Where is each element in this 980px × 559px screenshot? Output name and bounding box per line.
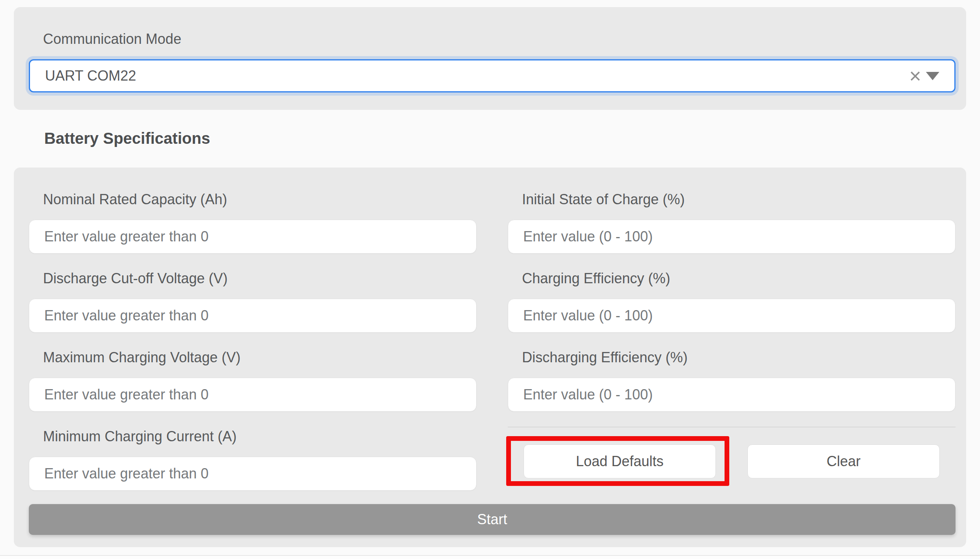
field-discharging-efficiency: Discharging Efficiency (%)	[508, 348, 956, 412]
communication-mode-select[interactable]: UART COM22 ×	[29, 59, 956, 92]
select-icons: ×	[909, 66, 939, 86]
specs-left-column: Nominal Rated Capacity (Ah) Discharge Cu…	[29, 190, 477, 491]
communication-card: Communication Mode UART COM22 ×	[14, 7, 966, 110]
buttons-divider	[508, 427, 956, 427]
field-discharge-cutoff-voltage: Discharge Cut-off Voltage (V)	[29, 269, 477, 333]
field-nominal-rated-capacity: Nominal Rated Capacity (Ah)	[29, 190, 477, 254]
field-charging-efficiency: Charging Efficiency (%)	[508, 269, 956, 333]
communication-mode-selected-value: UART COM22	[45, 68, 909, 84]
maximum-charging-voltage-input[interactable]	[29, 378, 477, 412]
field-initial-state-of-charge: Initial State of Charge (%)	[508, 190, 956, 254]
nominal-rated-capacity-label: Nominal Rated Capacity (Ah)	[29, 190, 477, 209]
chevron-down-icon[interactable]	[926, 72, 939, 80]
discharge-cutoff-voltage-input[interactable]	[29, 299, 477, 333]
discharging-efficiency-input[interactable]	[508, 378, 956, 412]
load-defaults-wrapper: Load Defaults	[524, 444, 716, 478]
specs-grid: Nominal Rated Capacity (Ah) Discharge Cu…	[29, 190, 956, 491]
charging-efficiency-label: Charging Efficiency (%)	[508, 269, 956, 288]
nominal-rated-capacity-input[interactable]	[29, 220, 477, 254]
initial-state-of-charge-input[interactable]	[508, 220, 956, 254]
clear-button[interactable]: Clear	[747, 444, 940, 478]
battery-specifications-heading: Battery Specifications	[44, 129, 210, 148]
clear-selection-icon[interactable]: ×	[909, 66, 921, 86]
discharging-efficiency-label: Discharging Efficiency (%)	[508, 348, 956, 367]
defaults-clear-button-row: Load Defaults Clear	[508, 444, 956, 478]
minimum-charging-current-input[interactable]	[29, 457, 477, 491]
specs-right-column: Initial State of Charge (%) Charging Eff…	[508, 190, 956, 491]
start-button[interactable]: Start	[29, 504, 956, 535]
initial-state-of-charge-label: Initial State of Charge (%)	[508, 190, 956, 209]
load-defaults-button[interactable]: Load Defaults	[524, 444, 716, 478]
minimum-charging-current-label: Minimum Charging Current (A)	[29, 427, 477, 446]
field-maximum-charging-voltage: Maximum Charging Voltage (V)	[29, 348, 477, 412]
communication-mode-label: Communication Mode	[29, 29, 956, 49]
field-minimum-charging-current: Minimum Charging Current (A)	[29, 427, 477, 491]
discharge-cutoff-voltage-label: Discharge Cut-off Voltage (V)	[29, 269, 477, 288]
bottom-border-line	[0, 555, 980, 559]
maximum-charging-voltage-label: Maximum Charging Voltage (V)	[29, 348, 477, 367]
charging-efficiency-input[interactable]	[508, 299, 956, 333]
battery-specifications-card: Nominal Rated Capacity (Ah) Discharge Cu…	[14, 168, 966, 547]
